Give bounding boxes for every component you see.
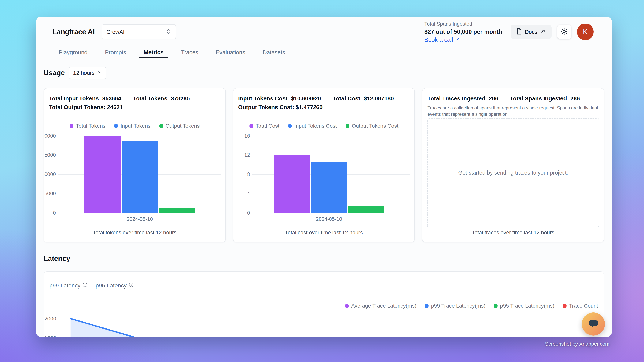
bar-total-tokens	[84, 136, 121, 213]
traces-description: Traces are a collection of spans that re…	[427, 105, 600, 117]
time-range-value: 12 hours	[73, 70, 94, 76]
tab-playground[interactable]: Playground	[59, 47, 88, 58]
external-arrow-icon	[455, 36, 460, 44]
y-axis-tick-label: 16	[233, 133, 250, 139]
latency-area-chart: 20001000	[44, 272, 604, 337]
chat-bubble-icon	[587, 318, 600, 331]
bar-total-cost	[274, 155, 310, 213]
tab-datasets[interactable]: Datasets	[262, 47, 285, 58]
p99-latency-line	[44, 272, 602, 337]
y-axis-tick-label: 8	[233, 172, 250, 177]
sun-icon	[561, 28, 568, 36]
y-axis-tick-label: 190000	[44, 172, 56, 177]
x-axis-label: 2024-05-10	[111, 216, 168, 222]
chat-widget-button[interactable]	[582, 313, 605, 336]
external-arrow-icon	[540, 28, 546, 35]
docs-button[interactable]: Docs	[510, 25, 552, 39]
chevron-down-icon	[97, 70, 102, 76]
gridline	[58, 136, 221, 136]
y-axis-tick-label: 0	[233, 210, 250, 216]
avatar-initial: K	[583, 28, 588, 36]
app-header: Langtrace AI CrewAI Total Spans Ingested…	[36, 17, 612, 47]
y-axis-tick-label: 285000	[44, 152, 56, 158]
chevron-up-down-icon	[166, 28, 171, 36]
x-axis-label: 2024-05-10	[300, 216, 358, 222]
quota-label: Total Spans Ingested	[424, 20, 502, 28]
spans-quota-block: Total Spans Ingested 827 out of 50,000 p…	[424, 20, 502, 44]
y-axis-tick-label: 380000	[44, 133, 56, 139]
empty-state-text: Get started by sending traces to your pr…	[458, 170, 568, 176]
nav-tabs: Playground Prompts Metrics Traces Evalua…	[36, 47, 612, 58]
project-selector[interactable]: CrewAI	[102, 24, 176, 39]
tab-metrics-label: Metrics	[144, 49, 164, 56]
usage-section-title: Usage	[44, 69, 65, 77]
active-tab-indicator	[139, 57, 168, 58]
app-window: Langtrace AI CrewAI Total Spans Ingested…	[36, 17, 612, 337]
tab-traces[interactable]: Traces	[181, 47, 198, 58]
y-axis-tick-label: 12	[233, 152, 250, 158]
tokens-chart-card: Total Input Tokens: 353664 Total Tokens:…	[44, 88, 226, 243]
section-divider	[44, 83, 604, 83]
theme-toggle-button[interactable]	[557, 25, 571, 39]
project-selector-value: CrewAI	[106, 29, 166, 35]
tab-evaluations[interactable]: Evaluations	[216, 47, 245, 58]
book-a-call-label: Book a call	[424, 36, 453, 44]
time-range-selector[interactable]: 12 hours	[69, 67, 106, 79]
section-divider	[44, 267, 604, 267]
quota-value: 827 out of 50,000 per month	[424, 28, 502, 36]
tokens-chart-caption: Total tokens over time last 12 hours	[44, 230, 225, 236]
screenshot-watermark: Screenshot by Xnapper.com	[545, 341, 610, 347]
bar-output-tokens-cost	[348, 206, 384, 213]
traces-empty-state: Get started by sending traces to your pr…	[427, 118, 599, 228]
cost-chart-caption: Total cost over time last 12 hours	[233, 230, 415, 236]
gridline	[252, 136, 410, 136]
cost-chart-card: Input Tokens Cost: $10.609920 Total Cost…	[233, 88, 415, 243]
total-spans-ingested-stat: Total Spans Ingested: 286	[510, 94, 580, 103]
app-logo: Langtrace AI	[52, 28, 95, 36]
user-avatar[interactable]: K	[577, 23, 594, 40]
y-axis-tick-label: 0	[44, 210, 56, 216]
bar-input-tokens-cost	[311, 162, 347, 213]
bar-output-tokens	[158, 208, 195, 213]
tab-prompts[interactable]: Prompts	[105, 47, 126, 58]
total-traces-ingested-stat: Total Traces Ingested: 286	[427, 94, 498, 103]
y-axis-tick-label: 4	[233, 191, 250, 197]
latency-chart-card: p99 Latency p95 Latency	[44, 271, 604, 337]
book-a-call-link[interactable]: Book a call	[424, 36, 502, 44]
y-axis-tick-label: 95000	[44, 191, 56, 197]
tab-metrics[interactable]: Metrics	[144, 47, 164, 58]
latency-section-title: Latency	[44, 255, 70, 263]
traces-caption: Total traces over time last 12 hours	[422, 230, 604, 236]
traces-card: Total Traces Ingested: 286 Total Spans I…	[422, 88, 604, 243]
docs-button-label: Docs	[525, 29, 537, 35]
bar-input-tokens	[122, 141, 158, 213]
document-icon	[516, 28, 522, 36]
